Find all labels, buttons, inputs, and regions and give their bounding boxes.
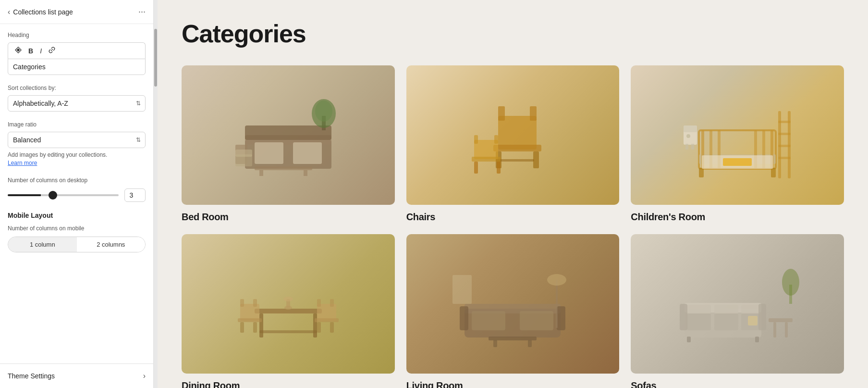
theme-settings-label: Theme Settings	[8, 372, 55, 380]
svg-rect-3	[293, 142, 322, 164]
category-name-bed-room: Bed Room	[182, 212, 395, 223]
chairs-image-inner	[406, 65, 620, 205]
desktop-columns-input[interactable]	[124, 188, 146, 202]
svg-rect-78	[556, 280, 558, 328]
helper-text-content: Add images by editing your collections.	[8, 151, 107, 158]
svg-rect-59	[253, 299, 257, 307]
svg-rect-93	[769, 318, 793, 322]
childrens-image-inner	[631, 65, 844, 205]
svg-rect-86	[687, 313, 711, 330]
learn-more-link[interactable]: Learn more	[8, 160, 37, 166]
svg-rect-71	[460, 306, 468, 330]
image-ratio-select[interactable]: Balanced Square Portrait Landscape	[8, 132, 146, 148]
svg-rect-46	[684, 125, 697, 132]
svg-rect-20	[530, 106, 537, 121]
bed-room-image-inner	[182, 65, 395, 205]
mobile-columns-label: Number of columns on mobile	[8, 225, 146, 232]
two-columns-button[interactable]: 2 columns	[77, 237, 146, 252]
sidebar-title: Collections list page	[13, 8, 73, 16]
sort-label: Sort collections by:	[8, 85, 146, 91]
bed-room-illustration	[226, 87, 351, 183]
svg-rect-49	[691, 144, 694, 150]
one-column-button[interactable]: 1 column	[8, 237, 77, 252]
svg-rect-22	[472, 157, 501, 162]
more-options-icon[interactable]: ···	[138, 7, 146, 17]
svg-rect-57	[253, 322, 257, 333]
svg-rect-65	[330, 299, 334, 307]
living-illustration	[450, 256, 575, 352]
heading-input[interactable]	[8, 59, 146, 75]
childrens-illustration	[675, 87, 800, 183]
svg-rect-89	[680, 304, 687, 330]
dining-illustration	[226, 256, 351, 352]
bold-button[interactable]: B	[26, 46, 35, 56]
diamond-icon	[15, 47, 22, 53]
svg-rect-14	[498, 116, 537, 150]
svg-rect-42	[778, 133, 791, 135]
sort-section: Sort collections by: Alphabetically, A-Z…	[8, 85, 146, 112]
page-title: Categories	[182, 19, 844, 48]
scroll-track[interactable]	[154, 0, 158, 388]
category-image-chairs	[406, 65, 620, 205]
sidebar-content: Heading B I Sort colle	[0, 24, 153, 363]
sort-select[interactable]: Alphabetically, A-Z Alphabetically, Z-A …	[8, 95, 146, 112]
svg-point-47	[686, 134, 690, 138]
svg-rect-15	[493, 145, 541, 151]
slider-row	[8, 188, 146, 202]
svg-point-97	[782, 269, 799, 296]
link-icon	[49, 47, 55, 53]
italic-button[interactable]: I	[38, 46, 44, 56]
category-name-chairs: Chairs	[406, 212, 620, 223]
theme-settings-footer[interactable]: Theme Settings ›	[0, 363, 153, 388]
svg-rect-77	[528, 340, 532, 347]
category-card-bed-room: Bed Room	[182, 65, 395, 223]
svg-rect-83	[687, 305, 711, 313]
category-card-living: Living Room	[406, 234, 620, 388]
svg-rect-55	[238, 318, 262, 322]
svg-rect-35	[699, 168, 704, 177]
svg-rect-94	[773, 322, 776, 338]
helper-text: Add images by editing your collections. …	[8, 151, 146, 167]
image-ratio-section: Image ratio Balanced Square Portrait Lan…	[8, 121, 146, 167]
category-image-bed-room	[182, 65, 395, 205]
svg-rect-26	[494, 135, 498, 144]
desktop-columns-label: Number of columns on desktop	[8, 177, 146, 184]
svg-rect-73	[472, 311, 505, 330]
category-name-sofas: Sofas	[631, 380, 844, 388]
category-card-chairs: Chairs	[406, 65, 620, 223]
category-image-living	[406, 234, 620, 374]
desktop-columns-slider[interactable]	[8, 194, 119, 196]
category-image-dining	[182, 234, 395, 374]
svg-rect-38	[723, 158, 752, 166]
svg-rect-23	[474, 162, 478, 174]
svg-rect-76	[493, 340, 497, 347]
sidebar-header: ‹ Collections list page ···	[0, 0, 153, 24]
svg-rect-85	[741, 305, 759, 313]
svg-rect-95	[785, 322, 788, 338]
category-name-living: Living Room	[406, 380, 620, 388]
svg-rect-19	[498, 106, 505, 121]
sidebar-back-nav[interactable]: ‹ Collections list page	[8, 8, 73, 16]
category-card-dining: Dining Room	[182, 234, 395, 388]
svg-rect-4	[245, 125, 331, 140]
svg-rect-24	[497, 162, 501, 174]
category-card-sofas: Sofas	[631, 234, 844, 388]
desktop-columns-section: Number of columns on desktop	[8, 177, 146, 202]
category-image-sofas	[631, 234, 844, 374]
diamond-button[interactable]	[13, 46, 24, 56]
svg-rect-11	[255, 166, 312, 170]
categories-grid: Bed Room	[182, 65, 844, 388]
mobile-layout-heading: Mobile Layout	[8, 212, 146, 219]
sofas-image-inner	[631, 234, 844, 374]
category-image-childrens	[631, 65, 844, 205]
main-content: Categories	[158, 0, 868, 388]
image-ratio-select-wrapper: Balanced Square Portrait Landscape ⇅	[8, 132, 146, 148]
back-icon[interactable]: ‹	[8, 8, 10, 16]
svg-point-79	[547, 274, 566, 286]
link-button[interactable]	[47, 46, 57, 56]
svg-rect-87	[714, 313, 738, 330]
heading-label: Heading	[8, 32, 146, 38]
mobile-layout-section: Mobile Layout Number of columns on mobil…	[8, 212, 146, 252]
heading-section: Heading B I	[8, 32, 146, 75]
svg-rect-41	[778, 121, 791, 123]
